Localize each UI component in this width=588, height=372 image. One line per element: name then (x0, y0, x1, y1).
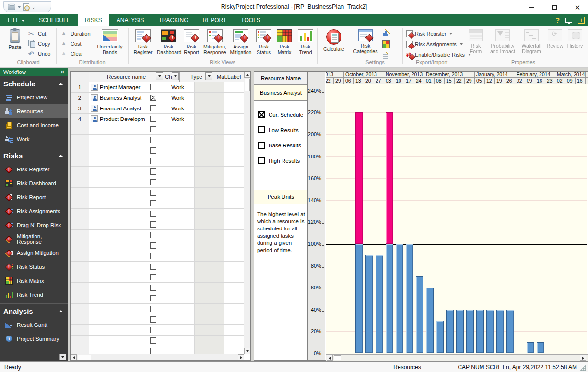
info-icon[interactable]: i (578, 17, 585, 24)
chart-checkbox[interactable] (150, 126, 156, 132)
resource-name-cell[interactable] (89, 336, 145, 346)
type-cell[interactable]: Work (161, 103, 195, 113)
sidebar-item-risk-status[interactable]: Risk Status (0, 260, 68, 274)
table-row[interactable] (71, 219, 244, 230)
cur-schedule-checkbox[interactable] (258, 111, 265, 118)
tab-report[interactable]: REPORT (196, 14, 234, 26)
table-row[interactable]: 1Project ManagerWork (71, 82, 244, 93)
tab-tracking[interactable]: TRACKING (152, 14, 196, 26)
sidebar-item-resources[interactable]: Resources (0, 104, 68, 118)
chart-checkbox[interactable] (150, 337, 156, 344)
chart-checkbox[interactable] (150, 242, 156, 249)
resource-name-cell[interactable] (89, 167, 145, 177)
sidebar-item-risk-report[interactable]: Risk Report (0, 190, 68, 204)
sidebar-item-mitigation-response[interactable]: Mitigation, Response (0, 232, 68, 246)
checkbox-low-results[interactable]: Low Results (258, 126, 299, 133)
close-button[interactable]: ✕ (571, 2, 584, 12)
scroll-down-icon[interactable] (244, 348, 250, 354)
table-row[interactable] (71, 314, 244, 325)
resize-grip-icon[interactable] (580, 365, 586, 371)
type-cell[interactable] (161, 346, 195, 354)
monitor-icon[interactable] (565, 18, 572, 23)
resource-name-cell[interactable] (89, 145, 145, 156)
resource-name-cell[interactable]: Business Analyst (89, 93, 145, 103)
type-cell[interactable] (161, 283, 195, 293)
column-header-type[interactable]: Type (180, 72, 213, 82)
vscroll-thumb[interactable] (245, 79, 250, 91)
minimize-button[interactable] (525, 2, 538, 12)
chart-checkbox[interactable] (150, 116, 156, 122)
table-row[interactable] (71, 145, 244, 156)
type-cell[interactable]: Work (161, 114, 195, 124)
table-row[interactable] (71, 156, 244, 167)
resource-name-cell[interactable]: Project Manager (89, 82, 145, 92)
tab-schedule[interactable]: SCHEDULE (32, 14, 77, 26)
chart-checkbox[interactable] (150, 274, 156, 280)
resource-name-cell[interactable] (89, 262, 145, 272)
checkbox-high-results[interactable]: High Results (258, 157, 300, 164)
chart-hscroll-thumb[interactable] (334, 355, 341, 360)
high-results-checkbox[interactable] (258, 157, 265, 164)
workflow-section-analysis[interactable]: Analysis (0, 303, 68, 318)
resource-name-cell[interactable] (89, 314, 145, 324)
tab-file[interactable]: FILE (0, 14, 32, 26)
sidebar-item-risk-trend[interactable]: Risk Trend (0, 288, 68, 301)
tab-tools[interactable]: TOOLS (234, 14, 267, 26)
tab-risks[interactable]: RISKS (78, 14, 109, 26)
type-filter-icon[interactable] (205, 72, 212, 80)
cost-button[interactable]: Cost (61, 39, 82, 48)
table-row[interactable] (71, 336, 244, 346)
base-results-checkbox[interactable] (258, 142, 265, 149)
chart-checkbox[interactable] (150, 211, 156, 217)
ribbon-risk-status-button[interactable]: Risk Status (254, 28, 274, 56)
checkbox-base-results[interactable]: Base Results (258, 142, 301, 149)
uncertainty-bands-button[interactable]: Uncertainty Bands (94, 28, 125, 56)
export-risk-assignments-button[interactable]: Risk Assignments (406, 40, 463, 48)
table-row[interactable] (71, 283, 244, 293)
sidebar-item-risk-matrix[interactable]: Risk Matrix (0, 274, 68, 288)
sidebar-item-drag-n-drop-risk[interactable]: Drag N' Drop Risk (0, 218, 68, 232)
type-cell[interactable] (161, 188, 195, 198)
chart-checkbox[interactable] (150, 327, 156, 333)
workflow-expand-button[interactable] (59, 354, 66, 360)
table-row[interactable] (71, 251, 244, 262)
type-cell[interactable] (161, 336, 195, 346)
cut-button[interactable]: Cut (28, 29, 46, 38)
ribbon-risk-register-button[interactable]: Risk Register (131, 28, 155, 56)
resource-name-cell[interactable]: Product Development Manager (89, 114, 145, 124)
resource-name-filter-icon[interactable] (156, 72, 163, 80)
table-row[interactable] (71, 230, 244, 240)
resource-name-cell[interactable] (89, 346, 145, 354)
column-header-mat-label[interactable]: Mat.Label (213, 72, 244, 82)
table-row[interactable] (71, 167, 244, 177)
chart-checkbox[interactable] (150, 105, 156, 111)
chart-checkbox[interactable] (150, 221, 156, 228)
workflow-close-icon[interactable]: ✕ (60, 69, 65, 75)
table-row[interactable] (71, 293, 244, 304)
type-cell[interactable] (161, 251, 195, 261)
type-cell[interactable] (161, 293, 195, 303)
resource-name-cell[interactable] (89, 240, 145, 251)
format-table-icon[interactable] (382, 52, 390, 60)
copy-button[interactable]: Copy (28, 39, 50, 48)
type-cell[interactable] (161, 124, 195, 134)
chart-checkbox[interactable] (150, 137, 156, 143)
sidebar-item-assign-mitigation[interactable]: Assign Mitigation (0, 246, 68, 260)
ribbon-assign-mitigation-button[interactable]: Assign Mitigation (228, 28, 254, 56)
type-cell[interactable] (161, 262, 195, 272)
table-row[interactable]: 2Business AnalystWork (71, 93, 244, 103)
sidebar-item-risk-assignments[interactable]: Risk Assignments (0, 204, 68, 218)
resource-name-cell[interactable] (89, 304, 145, 314)
chart-filter-icon[interactable] (172, 72, 179, 80)
ribbon-risk-report-button[interactable]: Risk Report (181, 28, 202, 56)
resource-name-cell[interactable] (89, 251, 145, 261)
type-cell[interactable] (161, 325, 195, 335)
chart-checkbox[interactable] (150, 316, 156, 323)
workflow-section-risks[interactable]: Risks (0, 148, 68, 162)
chart-checkbox[interactable] (150, 190, 156, 196)
undo-button[interactable]: Undo (28, 49, 50, 58)
sidebar-item-result-gantt[interactable]: Result Gantt (0, 318, 68, 332)
chart-checkbox[interactable] (150, 179, 156, 185)
resource-name-cell[interactable] (89, 177, 145, 187)
table-row[interactable]: 3Financial AnalystWork (71, 103, 244, 114)
